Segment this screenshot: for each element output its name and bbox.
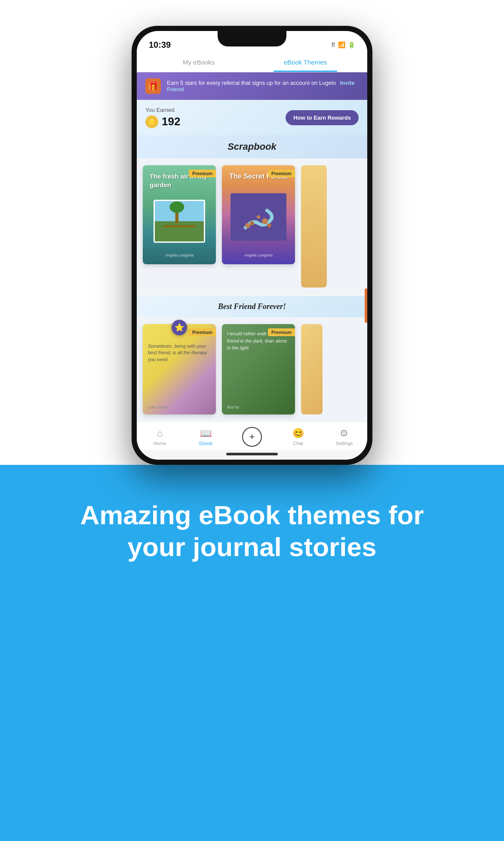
book-1-image <box>154 200 205 243</box>
status-bar: 10:39 ⠿ 📶 🔋 <box>137 31 367 53</box>
tab-my-ebooks[interactable]: My eBooks <box>145 53 252 72</box>
phone-mockup: 10:39 ⠿ 📶 🔋 My eBooks eBook Themes <box>132 26 372 465</box>
settings-icon: ⚙ <box>340 428 348 439</box>
nav-ebook-label: Ebook <box>199 441 212 446</box>
svg-point-3 <box>169 201 184 212</box>
forest-scene <box>230 193 286 241</box>
notch <box>218 31 286 46</box>
forest-svg <box>241 202 276 232</box>
svg-point-6 <box>245 223 250 228</box>
book-card-garden[interactable]: Premium The fresh air in my garden <box>143 165 216 264</box>
nav-settings[interactable]: ⚙ Settings <box>321 428 367 446</box>
book-card-partial <box>301 165 327 288</box>
referral-text: Earn 5 stars for every referral that sig… <box>167 80 359 93</box>
referral-banner: 🎁 Earn 5 stars for every referral that s… <box>137 72 367 100</box>
svg-point-10 <box>257 215 260 219</box>
gift-icon: 🎁 <box>145 78 161 94</box>
scrapbook-section: Scrapbook <box>137 135 367 158</box>
rewards-number: 192 <box>162 115 180 128</box>
nav-settings-label: Settings <box>336 441 353 446</box>
home-indicator <box>226 453 278 455</box>
rewards-left: You Earned ⭐ 192 <box>145 107 180 128</box>
nav-add[interactable]: + <box>229 427 275 447</box>
bff-premium-badge-1: Premium <box>189 328 216 336</box>
bff-book-1[interactable]: ⭐ Premium Sometimes, being with your bes… <box>143 324 216 414</box>
book-1-author: Angela Longoria <box>150 253 209 257</box>
book-2-author: Angela Longoria <box>229 253 288 257</box>
ebook-icon: 📖 <box>200 428 212 439</box>
garden-scene <box>155 201 204 241</box>
bff-book-partial <box>301 324 323 414</box>
nav-home[interactable]: ⌂ Home <box>137 428 183 446</box>
star-icon: ⭐ <box>145 115 158 128</box>
book-card-forest[interactable]: Premium The Secret Forest <box>222 165 295 264</box>
scrapbook-title: Scrapbook <box>227 141 277 152</box>
nav-ebook[interactable]: 📖 Ebook <box>183 428 229 446</box>
nav-home-label: Home <box>154 441 166 446</box>
bff-section: Best Friend Forever! ⭐ Premium Sometimes… <box>137 296 367 421</box>
svg-rect-4 <box>163 225 195 227</box>
rewards-count: ⭐ 192 <box>145 115 180 128</box>
garden-svg <box>155 201 204 241</box>
promo-section: Amazing eBook themes for your journal st… <box>0 465 504 606</box>
bottom-nav: ⌂ Home 📖 Ebook + 😊 Chat ⚙ <box>137 421 367 450</box>
svg-point-7 <box>250 221 254 226</box>
earn-rewards-button[interactable]: How to Earn Rewards <box>286 110 359 125</box>
rewards-section: You Earned ⭐ 192 How to Earn Rewards <box>137 100 367 135</box>
premium-badge-2: Premium <box>268 170 295 177</box>
status-icons: ⠿ 📶 🔋 <box>331 41 355 48</box>
nav-chat-label: Chat <box>293 441 303 446</box>
scroll-indicator <box>365 288 367 323</box>
svg-point-9 <box>267 223 271 228</box>
bff-book-2-author: Bud by <box>227 405 290 409</box>
bff-books: ⭐ Premium Sometimes, being with your bes… <box>137 317 367 421</box>
bff-book-2[interactable]: Premium I would rather walk with a frien… <box>222 324 295 414</box>
chat-icon: 😊 <box>292 428 304 439</box>
premium-badge-1: Premium <box>189 170 216 177</box>
svg-point-8 <box>262 218 268 224</box>
bff-book-1-author: Luke Evans <box>148 405 211 409</box>
bff-book-1-quote: Sometimes, being with your best friend, … <box>148 343 211 363</box>
bff-title: Best Friend Forever! <box>218 302 286 311</box>
scrollable-content: 🎁 Earn 5 stars for every referral that s… <box>137 72 367 460</box>
books-grid: Premium The fresh air in my garden <box>137 158 367 294</box>
grid-icon: ⠿ <box>331 42 335 48</box>
you-earned-label: You Earned <box>145 107 180 113</box>
battery-icon: 🔋 <box>348 41 355 48</box>
wifi-icon: 📶 <box>338 41 345 48</box>
book-2-image <box>230 193 286 241</box>
add-button-icon[interactable]: + <box>242 427 262 447</box>
tabs-bar: My eBooks eBook Themes <box>137 53 367 72</box>
nav-chat[interactable]: 😊 Chat <box>275 428 321 446</box>
home-icon: ⌂ <box>157 428 163 439</box>
svg-rect-1 <box>155 221 204 241</box>
lugelo-star-icon: ⭐ <box>172 320 187 335</box>
promo-text: Amazing eBook themes for your journal st… <box>80 499 424 563</box>
bff-header: Best Friend Forever! <box>137 296 367 317</box>
tab-ebook-themes[interactable]: eBook Themes <box>252 53 359 72</box>
status-time: 10:39 <box>149 40 171 50</box>
bff-premium-badge-2: Premium <box>268 328 295 336</box>
